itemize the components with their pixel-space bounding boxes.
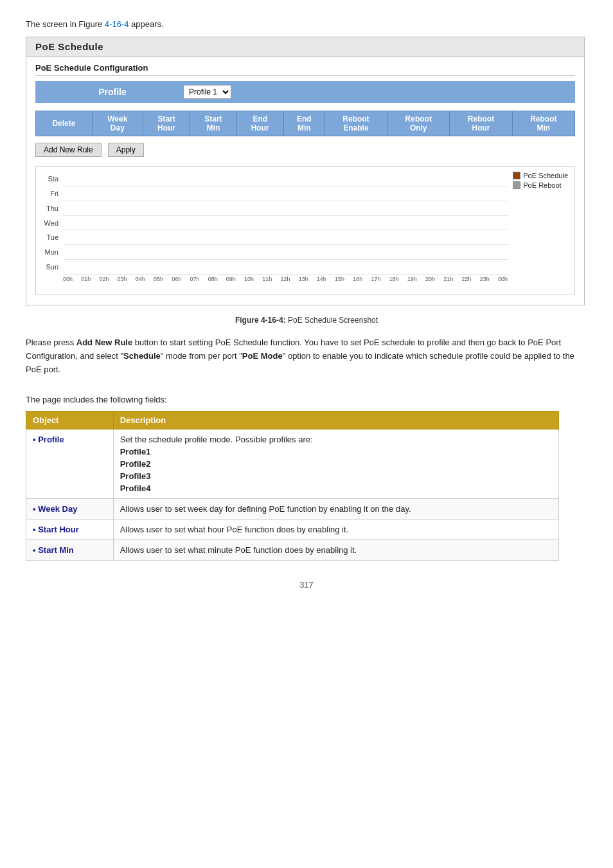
chart-label-mon: Mon xyxy=(39,248,61,256)
legend-poe-schedule-label: PoE Schedule xyxy=(523,172,568,179)
chart-label-fri: Fri xyxy=(39,190,61,197)
button-row: Add New Rule Apply xyxy=(35,143,575,157)
col-end-hour: EndHour xyxy=(236,111,283,136)
poe-schedule-box: PoE Schedule PoE Schedule Configuration … xyxy=(26,37,585,305)
x-label-13h: 13h xyxy=(299,276,308,282)
profile-row: Profile Profile 1 Profile 2 Profile 3 Pr… xyxy=(35,81,575,103)
chart-row-fri: Fri xyxy=(63,186,508,201)
add-new-rule-ref: Add New Rule xyxy=(76,338,132,347)
x-label-09h: 09h xyxy=(226,276,236,282)
x-label-17h: 17h xyxy=(371,276,380,282)
table-row: • Start Min Allows user to set what minu… xyxy=(26,540,559,561)
chart-label-sun: Sun xyxy=(39,263,61,271)
object-start-min: • Start Min xyxy=(26,540,114,561)
x-label-22h: 22h xyxy=(461,276,471,282)
profile-select[interactable]: Profile 1 Profile 2 Profile 3 Profile 4 xyxy=(183,85,231,99)
intro-paragraph: The screen in Figure 4-16-4 appears. xyxy=(26,19,587,29)
x-label-08h: 08h xyxy=(208,276,218,282)
bullet-dot: • xyxy=(33,435,38,444)
x-label-04h: 04h xyxy=(136,276,145,282)
col-week-day: WeekDay xyxy=(92,111,143,136)
chart-row-sta: Sta xyxy=(63,172,508,186)
x-label-05h: 05h xyxy=(154,276,163,282)
col-start-hour: StartHour xyxy=(143,111,190,136)
x-label-11h: 11h xyxy=(262,276,272,282)
poe-config-title: PoE Schedule Configuration xyxy=(35,63,575,76)
x-label-03h: 03h xyxy=(118,276,127,282)
chart-bar-sta xyxy=(61,172,508,186)
chart-label-thu: Thu xyxy=(39,204,61,212)
fields-header-object: Object xyxy=(26,411,114,429)
body-text-1c: " mode from per port " xyxy=(161,351,242,361)
x-label-00h-end: 00h xyxy=(498,276,508,282)
x-label-14h: 14h xyxy=(317,276,326,282)
figure-link[interactable]: 4-16-4 xyxy=(105,19,129,29)
col-start-min: StartMin xyxy=(190,111,236,136)
description-profile: Set the schedule profile mode. Possible … xyxy=(113,429,558,499)
x-label-21h: 21h xyxy=(443,276,453,282)
chart-x-axis: 00h 01h 02h 03h 04h 05h 06h 07h 08h 09h … xyxy=(63,276,508,282)
bullet-dot: • xyxy=(33,504,38,514)
chart-row-tue: Tue xyxy=(63,230,508,245)
chart-label-sta: Sta xyxy=(39,175,61,183)
x-label-01h: 01h xyxy=(81,276,91,282)
desc-profile-main: Set the schedule profile mode. Possible … xyxy=(120,435,313,444)
object-profile: • Profile xyxy=(26,429,114,499)
profile-label: Profile xyxy=(42,87,183,97)
desc-profile1: Profile1 xyxy=(120,447,552,457)
desc-profile3: Profile3 xyxy=(120,471,552,481)
body-paragraph-1: Please press Add New Rule button to star… xyxy=(26,336,587,376)
col-end-min: EndMin xyxy=(283,111,324,136)
table-row: • Start Hour Allows user to set what hou… xyxy=(26,520,559,540)
chart-row-mon: Mon xyxy=(63,245,508,260)
page-number: 317 xyxy=(26,580,587,590)
description-week-day: Allows user to set week day for defining… xyxy=(113,499,558,520)
poe-config-section: PoE Schedule Configuration Profile Profi… xyxy=(26,57,584,305)
legend-poe-reboot: PoE Reboot xyxy=(513,181,568,189)
desc-start-hour-text: Allows user to set what hour PoE functio… xyxy=(120,525,349,534)
chart-row-thu: Thu xyxy=(63,201,508,216)
col-reboot-enable: RebootEnable xyxy=(324,111,387,136)
x-label-00h-start: 00h xyxy=(63,276,73,282)
schedule-chart: PoE Schedule PoE Reboot Sta Fri Thu xyxy=(35,166,575,294)
chart-bar-wed xyxy=(61,216,508,230)
schedule-table: Delete WeekDay StartHour StartMin EndHou… xyxy=(35,111,575,136)
chart-legend: PoE Schedule PoE Reboot xyxy=(513,172,568,189)
legend-poe-schedule: PoE Schedule xyxy=(513,172,568,179)
object-start-hour: • Start Hour xyxy=(26,520,114,540)
table-row: • Profile Set the schedule profile mode.… xyxy=(26,429,559,499)
table-row: • Week Day Allows user to set week day f… xyxy=(26,499,559,520)
chart-label-tue: Tue xyxy=(39,233,61,241)
x-label-06h: 06h xyxy=(172,276,181,282)
chart-bar-tue xyxy=(61,230,508,244)
col-reboot-hour: RebootHour xyxy=(450,111,512,136)
bullet-dot: • xyxy=(33,525,38,534)
description-start-hour: Allows user to set what hour PoE functio… xyxy=(113,520,558,540)
chart-bar-fri xyxy=(61,186,508,201)
x-label-12h: 12h xyxy=(280,276,290,282)
desc-profile2: Profile2 xyxy=(120,459,552,469)
x-label-18h: 18h xyxy=(389,276,399,282)
apply-button[interactable]: Apply xyxy=(108,143,144,157)
col-reboot-only: RebootOnly xyxy=(387,111,450,136)
chart-bar-sun xyxy=(61,260,508,274)
chart-row-sun: Sun xyxy=(63,260,508,275)
add-new-rule-button[interactable]: Add New Rule xyxy=(35,143,102,157)
col-delete: Delete xyxy=(36,111,93,136)
x-label-10h: 10h xyxy=(244,276,254,282)
body-text-1a: Please press xyxy=(26,338,76,347)
fields-intro-text: The page includes the following fields: xyxy=(26,395,587,404)
object-week-day: • Week Day xyxy=(26,499,114,520)
figure-caption-text: PoE Schedule Screenshot xyxy=(288,316,378,325)
intro-text-before: The screen in Figure xyxy=(26,19,105,29)
x-label-02h: 02h xyxy=(99,276,109,282)
x-label-20h: 20h xyxy=(425,276,435,282)
chart-row-wed: Wed xyxy=(63,216,508,231)
fields-header-description: Description xyxy=(113,411,558,429)
figure-caption: Figure 4-16-4: PoE Schedule Screenshot xyxy=(26,316,587,325)
schedule-ref: Schedule xyxy=(123,351,161,361)
figure-caption-bold: Figure 4-16-4: xyxy=(235,316,286,325)
legend-poe-reboot-color xyxy=(513,181,520,189)
desc-week-day-text: Allows user to set week day for defining… xyxy=(120,504,411,514)
x-label-19h: 19h xyxy=(407,276,417,282)
